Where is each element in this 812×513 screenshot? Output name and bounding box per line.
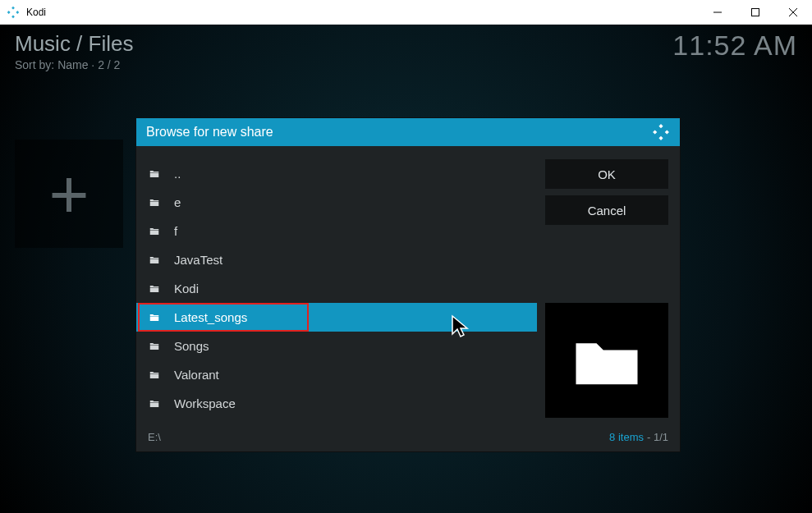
dialog-header: Browse for new share	[136, 118, 680, 146]
folder-icon	[148, 341, 163, 352]
maximize-button[interactable]	[736, 0, 774, 25]
minimize-button[interactable]	[699, 0, 736, 25]
file-list: ..efJavaTestKodiLatest_songsSongsValoran…	[136, 146, 537, 426]
file-item[interactable]: e	[136, 188, 537, 217]
file-item[interactable]: Kodi	[136, 274, 537, 303]
folder-icon	[148, 254, 163, 266]
window-title: Kodi	[26, 7, 699, 18]
file-item-label: Songs	[174, 339, 209, 353]
clock: 11:52 AM	[672, 30, 797, 62]
add-source-tile[interactable]: +	[15, 140, 123, 248]
file-item-label: Workspace	[174, 396, 236, 410]
dialog-title: Browse for new share	[146, 125, 652, 140]
footer-item-count: 8 items	[609, 431, 644, 443]
file-item-label: ..	[174, 167, 181, 181]
window-titlebar: Kodi	[0, 0, 812, 25]
file-item-label: e	[174, 195, 181, 209]
svg-rect-0	[11, 6, 15, 9]
file-item-label: Kodi	[174, 282, 199, 295]
file-item[interactable]: Latest_songs	[136, 303, 537, 332]
breadcrumb: Music / Files Sort by: Name · 2 / 2	[15, 31, 133, 71]
svg-rect-5	[752, 8, 759, 16]
plus-icon: +	[48, 159, 89, 228]
file-item[interactable]: JavaTest	[136, 245, 537, 274]
folder-icon	[148, 369, 163, 381]
file-item[interactable]: Workspace	[136, 389, 537, 418]
file-item-label: Valorant	[174, 368, 219, 382]
breadcrumb-text: Music / Files	[15, 31, 133, 57]
folder-preview	[545, 303, 668, 418]
file-item-label: Latest_songs	[174, 310, 247, 324]
folder-icon	[148, 197, 163, 208]
dialog-footer: E:\ 8 items - 1/1	[136, 426, 680, 451]
svg-rect-1	[7, 11, 11, 14]
kodi-logo-icon	[652, 123, 670, 141]
svg-rect-2	[16, 11, 19, 14]
kodi-main-surface: Music / Files Sort by: Name · 2 / 2 11:5…	[0, 25, 812, 513]
footer-page: - 1/1	[647, 431, 668, 443]
dialog-right-pane: OK Cancel	[537, 146, 680, 426]
file-item[interactable]: Songs	[136, 332, 537, 360]
footer-path: E:\	[148, 431, 609, 443]
folder-icon	[148, 312, 163, 323]
svg-rect-9	[653, 130, 657, 134]
file-item[interactable]: f	[136, 217, 537, 245]
cancel-button[interactable]: Cancel	[545, 195, 668, 225]
svg-rect-3	[11, 15, 15, 18]
file-item[interactable]: Valorant	[136, 360, 537, 389]
ok-button[interactable]: OK	[545, 159, 668, 189]
browse-share-dialog: Browse for new share ..efJavaTestKodiLat…	[135, 117, 681, 452]
folder-icon	[148, 168, 163, 180]
file-item-label: f	[174, 224, 177, 238]
svg-rect-10	[665, 130, 669, 134]
file-item-label: JavaTest	[174, 253, 222, 267]
kodi-app-icon	[7, 6, 20, 19]
file-item[interactable]: ..	[136, 159, 537, 188]
folder-icon	[148, 283, 163, 295]
close-button[interactable]	[774, 0, 812, 25]
svg-rect-11	[658, 136, 663, 140]
folder-icon	[148, 226, 163, 237]
svg-rect-8	[658, 124, 663, 128]
sort-info: Sort by: Name · 2 / 2	[15, 58, 133, 71]
folder-icon	[148, 398, 163, 410]
